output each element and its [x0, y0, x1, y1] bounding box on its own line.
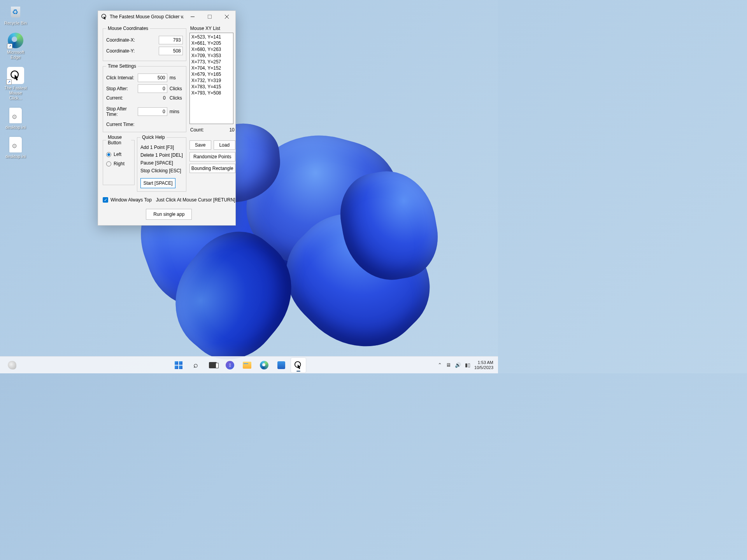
cursor-click-icon — [294, 361, 303, 369]
taskbar-edge[interactable] — [257, 358, 272, 373]
coord-x-label: Coordinate-X: — [106, 37, 159, 43]
current-label: Current: — [106, 95, 138, 101]
xy-list-item[interactable]: X=523, Y=141 — [191, 34, 231, 40]
close-button[interactable] — [218, 11, 235, 23]
coord-y-input[interactable] — [159, 47, 183, 55]
stop-after-label: Stop After: — [106, 86, 138, 91]
xy-list-item[interactable]: X=783, Y=415 — [191, 84, 231, 90]
desktop-icons: Recycle Bin ↗ Microsoft Edge ↗ The Faste… — [1, 2, 30, 164]
click-interval-label: Click Interval: — [106, 75, 138, 80]
always-top-checkbox[interactable]: ✓ Window Always Top — [103, 197, 152, 203]
radio-right[interactable]: Right — [106, 161, 131, 166]
taskbar-weather[interactable] — [5, 358, 19, 373]
count-value: 10 — [229, 127, 234, 133]
taskbar-app-clicker[interactable] — [291, 358, 306, 373]
start-button[interactable] — [171, 358, 186, 373]
app-icon: ↗ — [7, 67, 24, 84]
cursor-click-icon — [10, 70, 21, 81]
radio-icon — [106, 161, 111, 166]
file-icon — [9, 108, 22, 123]
taskbar-clock[interactable]: 1:53 AM 10/5/2023 — [474, 360, 493, 370]
help-stop: Stop Clicking [ESC] — [140, 168, 183, 173]
unit-label: ms — [170, 75, 183, 80]
desktop-icon-label: desktop.ini — [2, 125, 29, 130]
stop-after-input[interactable] — [138, 84, 167, 93]
help-add: Add 1 Point [F3] — [140, 145, 183, 150]
desktop-icon-label: The Fastest Mouse Click... — [2, 86, 29, 101]
xy-list-item[interactable]: X=793, Y=508 — [191, 90, 231, 96]
xy-list-item[interactable]: X=679, Y=165 — [191, 71, 231, 77]
desktop-icon-edge[interactable]: ↗ Microsoft Edge — [1, 31, 30, 61]
mouse-button-group: Mouse Button Left Right — [103, 135, 135, 185]
taskbar-explorer[interactable] — [240, 358, 254, 373]
maximize-icon — [208, 15, 212, 19]
mouse-coordinates-group: Mouse Coordinates Coordinate-X: Coordina… — [103, 26, 186, 61]
taskbar-store[interactable] — [274, 358, 289, 373]
xy-list-item[interactable]: X=680, Y=263 — [191, 46, 231, 52]
shortcut-arrow-icon: ↗ — [7, 44, 12, 49]
click-interval-input[interactable] — [138, 74, 167, 82]
unit-label: mins — [170, 109, 183, 114]
radio-icon — [106, 152, 111, 157]
xy-list-item[interactable]: X=661, Y=205 — [191, 40, 231, 46]
clock-time: 1:53 AM — [474, 360, 493, 365]
taskbar-search[interactable]: ⌕ — [188, 358, 203, 373]
load-button[interactable]: Load — [214, 140, 235, 150]
xy-list-item[interactable]: X=732, Y=319 — [191, 77, 231, 84]
tray-chevron-icon[interactable]: ⌃ — [438, 362, 442, 368]
current-value: 0 — [138, 95, 167, 101]
desktop-icon-file[interactable]: desktop.ini — [1, 106, 30, 131]
desktop-icon-recycle-bin[interactable]: Recycle Bin — [1, 2, 30, 27]
window-title: The Fastest Mouse Group Clicker v... — [110, 14, 184, 19]
start-button[interactable]: Start [SPACE] — [140, 178, 175, 188]
save-button[interactable]: Save — [189, 140, 211, 150]
app-window: The Fastest Mouse Group Clicker v... Mou… — [98, 10, 236, 226]
run-single-button[interactable]: Run single app — [146, 209, 192, 220]
edge-icon — [260, 361, 268, 369]
always-top-label: Window Always Top — [110, 197, 152, 203]
bounding-button[interactable]: Bounding Rectangle — [189, 164, 235, 173]
current-time-label: Current Time: — [106, 122, 183, 127]
count-label: Count: — [190, 127, 230, 133]
tray-volume-icon[interactable]: 🔊 — [455, 362, 461, 368]
xy-list-item[interactable]: X=773, Y=257 — [191, 59, 231, 65]
weather-icon — [8, 361, 16, 369]
unit-label: Clicks — [170, 86, 183, 91]
xy-list-item[interactable]: X=704, Y=152 — [191, 65, 231, 71]
file-icon — [9, 137, 22, 152]
taskbar-chat[interactable]: ▯ — [223, 358, 237, 373]
folder-icon — [243, 362, 251, 369]
minimize-button[interactable] — [184, 11, 201, 23]
group-legend: Quick Help — [140, 135, 167, 140]
close-icon — [225, 15, 229, 19]
checkbox-checked-icon: ✓ — [103, 197, 108, 203]
stop-after-time-label: Stop After Time: — [106, 106, 138, 117]
xy-list[interactable]: X=523, Y=141X=661, Y=205X=680, Y=263X=70… — [189, 33, 233, 124]
titlebar[interactable]: The Fastest Mouse Group Clicker v... — [98, 11, 235, 23]
coord-x-input[interactable] — [159, 36, 183, 44]
desktop-icon-label: desktop.ini — [2, 154, 29, 159]
desktop-icon-file[interactable]: desktop.ini — [1, 135, 30, 161]
svg-rect-3 — [208, 15, 212, 19]
radio-label: Right — [114, 161, 124, 166]
maximize-button[interactable] — [201, 11, 218, 23]
quick-help-group: Quick Help Add 1 Point [F3] Delete 1 Poi… — [137, 135, 186, 192]
taskbar-taskview[interactable] — [205, 358, 220, 373]
tray-devices-icon[interactable]: 🖥 — [446, 362, 451, 368]
desktop-icon-app[interactable]: ↗ The Fastest Mouse Click... — [1, 65, 30, 102]
stop-after-time-input[interactable] — [138, 107, 167, 116]
chat-icon: ▯ — [226, 361, 234, 369]
app-icon — [101, 14, 107, 20]
search-icon: ⌕ — [193, 360, 198, 369]
radio-left[interactable]: Left — [106, 152, 131, 157]
clock-date: 10/5/2023 — [474, 365, 493, 370]
help-delete: Delete 1 Point [DEL] — [140, 152, 183, 158]
taskbar: ⌕ ▯ ⌃ 🖥 🔊 ▮▯ 1:53 AM 10/5/2023 — [0, 356, 498, 373]
group-legend: Mouse Coordinates — [106, 26, 150, 31]
xy-list-label: Mouse XY List — [190, 26, 235, 31]
xy-list-item[interactable]: X=709, Y=353 — [191, 52, 231, 59]
minimize-icon — [191, 15, 195, 19]
help-pause: Pause [SPACE] — [140, 160, 183, 166]
randomize-button[interactable]: Randomize Points — [189, 152, 235, 161]
tray-battery-icon[interactable]: ▮▯ — [465, 362, 470, 368]
